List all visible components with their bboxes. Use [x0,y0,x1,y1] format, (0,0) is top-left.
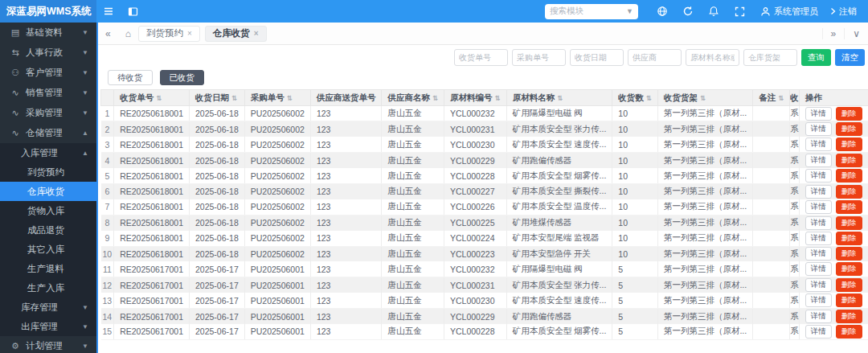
window-layout-icon[interactable] [121,6,145,17]
column-header[interactable]: 收货货架⇅ [657,90,752,106]
detail-button[interactable]: 详情 [805,325,832,339]
delete-button[interactable]: 删除 [836,247,862,261]
sort-icon[interactable]: ⇅ [231,94,237,102]
delete-button[interactable]: 删除 [836,278,862,292]
column-header[interactable]: 收货日期⇅ [190,90,245,106]
delete-button[interactable]: 删除 [836,138,862,151]
cell: 矿用隔爆型电磁 阀 [506,106,612,121]
delete-button[interactable]: 删除 [836,325,862,339]
delete-button[interactable]: 删除 [836,107,862,121]
cell: PU202506001 [244,309,310,324]
close-icon[interactable]: × [254,29,259,38]
globe-icon[interactable] [649,6,675,17]
sidebar-item[interactable]: 到货预约 [0,162,96,182]
sidebar-item[interactable]: 入库管理▲ [0,143,96,162]
filter-input[interactable] [628,49,682,66]
chevron-down-icon: ▼ [82,109,96,117]
delete-button[interactable]: 删除 [836,262,862,276]
hamburger-icon[interactable] [96,6,121,17]
sidebar-item[interactable]: ∿销售管理▼ [0,83,96,103]
user-menu[interactable]: 系统管理员 [760,6,818,18]
detail-button[interactable]: 详情 [805,185,832,199]
detail-button[interactable]: 详情 [805,107,832,121]
sidebar-item[interactable]: ▤基础资料▼ [0,23,96,43]
sidebar-item-label: 其它入库 [27,244,96,256]
filter-input[interactable] [454,49,508,66]
detail-button[interactable]: 详情 [805,216,832,230]
column-header[interactable]: 收货数⇅ [612,90,658,106]
home-icon[interactable]: ⌂ [118,28,138,39]
sidebar-item[interactable]: 生产退料 [0,259,96,278]
delete-button[interactable]: 删除 [836,216,862,230]
sort-icon[interactable]: ⇅ [557,94,563,102]
fullscreen-icon[interactable] [727,6,752,17]
tab-inactive[interactable]: 到货预约× [138,26,200,42]
column-header[interactable]: 原材料名称⇅ [506,90,612,106]
module-search-select[interactable]: 搜索模块 ▼ [545,4,638,19]
delete-button[interactable]: 删除 [836,293,862,307]
sort-icon[interactable]: ⇅ [432,94,438,102]
tab-options-icon[interactable]: ∨ [844,28,868,39]
received-button[interactable]: 已收货 [160,70,205,85]
delete-button[interactable]: 删除 [836,154,862,167]
grid-icon: ▤ [10,27,21,38]
delete-button[interactable]: 删除 [836,200,862,214]
sort-icon[interactable]: ⇅ [646,94,652,102]
delete-button[interactable]: 删除 [836,122,862,136]
sort-icon[interactable]: ⇅ [495,94,501,102]
detail-button[interactable]: 详情 [805,278,832,292]
sidebar-item[interactable]: 成品退货 [0,220,96,240]
logout-button[interactable]: 注销 [829,6,857,18]
refresh-icon[interactable] [675,6,701,17]
sort-icon[interactable]: ⇅ [700,94,706,102]
cell: PU202506001 [244,293,310,308]
query-button[interactable]: 查询 [801,49,831,66]
column-header[interactable]: 供应商名称⇅ [382,90,444,106]
sidebar-item[interactable]: ⇆人事行政▼ [0,43,96,63]
cell: YCL000229 [444,153,507,168]
sidebar-item[interactable]: 其它入库 [0,240,96,259]
sidebar-item[interactable]: 出库管理▼ [0,317,96,336]
close-icon[interactable]: × [187,29,192,38]
column-header[interactable]: 收货单号⇅ [114,90,190,106]
delete-button[interactable]: 删除 [836,232,862,245]
sidebar-item-active[interactable]: 仓库收货 [0,182,96,201]
filter-input[interactable] [743,49,797,66]
sidebar-item[interactable]: 库存管理▼ [0,298,96,317]
sidebar-item[interactable]: ⚙计划管理▼ [0,336,96,353]
column-header[interactable]: 原材料编号⇅ [444,90,507,106]
sort-icon[interactable]: ⇅ [778,94,784,102]
sidebar-item[interactable]: ∿仓储管理▲ [0,123,96,143]
column-header[interactable]: 备注⇅ [753,90,790,106]
detail-button[interactable]: 详情 [805,247,832,261]
sidebar-item[interactable]: 生产入库 [0,278,96,298]
detail-button[interactable]: 详情 [805,154,832,167]
filter-input[interactable] [686,49,739,66]
tab-active[interactable]: 仓库收货× [205,26,267,42]
scroll-tabs-right-icon[interactable]: » [822,28,845,39]
sidebar-item[interactable]: 货物入库 [0,201,96,220]
filter-input[interactable] [512,49,566,66]
detail-button[interactable]: 详情 [805,200,832,214]
detail-button[interactable]: 详情 [805,232,832,245]
cell: 第一列第三排（原材... [657,293,752,308]
detail-button[interactable]: 详情 [805,169,832,183]
bell-icon[interactable] [701,6,727,17]
delete-button[interactable]: 删除 [836,310,862,323]
sidebar-item[interactable]: ∿采购管理▼ [0,103,96,123]
delete-button[interactable]: 删除 [836,169,862,183]
delete-button[interactable]: 删除 [836,185,862,199]
clear-button[interactable]: 清空 [835,49,865,66]
filter-input[interactable] [570,49,624,66]
detail-button[interactable]: 详情 [805,262,832,276]
pending-receive-button[interactable]: 待收货 [108,70,153,85]
collapse-tabs-icon[interactable]: « [98,28,118,39]
detail-button[interactable]: 详情 [805,138,832,151]
sidebar-item[interactable]: ⚇客户管理▼ [0,63,96,83]
sort-icon[interactable]: ⇅ [287,94,293,102]
detail-button[interactable]: 详情 [805,293,832,307]
column-header[interactable]: 采购单号⇅ [244,90,310,106]
detail-button[interactable]: 详情 [805,122,832,136]
sort-icon[interactable]: ⇅ [156,94,162,102]
detail-button[interactable]: 详情 [805,310,832,323]
